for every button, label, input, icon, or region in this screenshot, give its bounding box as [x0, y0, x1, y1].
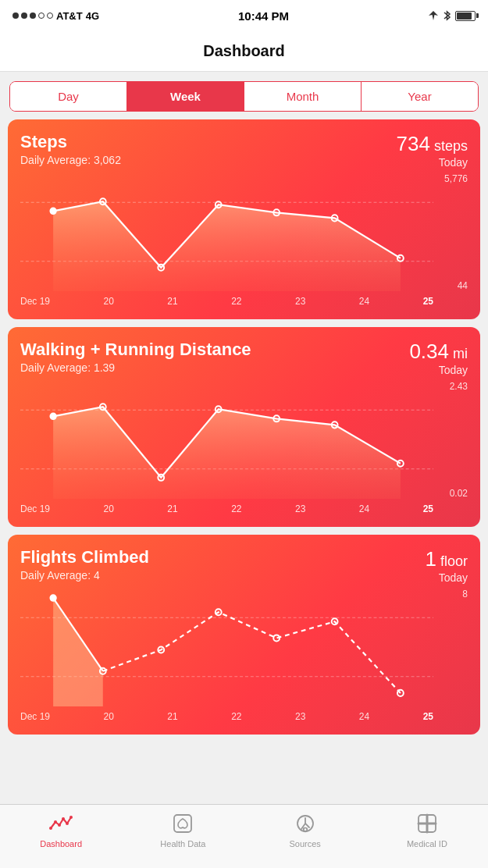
- svg-marker-22: [53, 598, 103, 706]
- location-icon: [428, 10, 439, 21]
- carrier-label: AT&T: [56, 10, 83, 22]
- svg-point-4: [100, 198, 106, 205]
- wr-title-block: Walking + Running Distance Daily Average…: [20, 340, 251, 374]
- medical-id-icon: [416, 813, 438, 834]
- steps-card[interactable]: Steps Daily Average: 3,062 734 steps Tod…: [8, 119, 480, 319]
- svg-marker-2: [53, 201, 401, 291]
- tab-health-data-label: Health Data: [160, 839, 205, 848]
- steps-chart: 5,776 44: [20, 173, 468, 310]
- sources-icon: [294, 813, 316, 834]
- steps-subtitle: Daily Average: 3,062: [20, 154, 121, 166]
- svg-point-9: [397, 255, 404, 261]
- medical-id-icon-wrap: [415, 811, 440, 836]
- signal-dots: [12, 12, 53, 19]
- svg-point-24: [100, 668, 106, 674]
- flights-period: Today: [426, 571, 468, 584]
- battery-fill: [457, 12, 472, 20]
- svg-point-34: [66, 822, 69, 825]
- wr-subtitle: Daily Average: 1.39: [20, 361, 251, 374]
- tab-week[interactable]: Week: [126, 82, 244, 111]
- nav-bar: Dashboard: [0, 31, 488, 72]
- health-data-icon: [172, 813, 194, 834]
- flights-value-block: 1 floor Today: [426, 547, 468, 584]
- sources-icon-wrap: [293, 811, 318, 836]
- flights-svg-wrap: [20, 589, 433, 706]
- steps-title: Steps: [20, 132, 121, 152]
- svg-point-13: [50, 413, 56, 419]
- svg-point-8: [332, 215, 338, 221]
- tab-bar: Dashboard Health Data Sources: [0, 804, 488, 868]
- svg-point-6: [216, 201, 222, 208]
- flights-subtitle: Daily Average: 4: [20, 569, 149, 582]
- dot-2: [21, 12, 27, 19]
- walking-running-card[interactable]: Walking + Running Distance Daily Average…: [8, 327, 480, 527]
- flights-card-header: Flights Climbed Daily Average: 4 1 floor…: [20, 547, 468, 584]
- tab-dashboard-label: Dashboard: [40, 839, 82, 848]
- steps-y-labels: 5,776 44: [436, 173, 468, 291]
- wr-card-header: Walking + Running Distance Daily Average…: [20, 340, 468, 376]
- dot-5: [47, 12, 53, 19]
- svg-point-35: [69, 816, 73, 819]
- wr-x-labels: Dec 19 20 21 22 23 24 25: [20, 500, 433, 518]
- flights-x-labels: Dec 19 20 21 22 23 24 25: [20, 708, 433, 725]
- flights-y-labels: 8: [436, 589, 468, 706]
- svg-point-30: [49, 827, 52, 830]
- flights-card[interactable]: Flights Climbed Daily Average: 4 1 floor…: [8, 535, 480, 735]
- steps-svg: [20, 173, 433, 291]
- svg-point-15: [158, 475, 164, 481]
- tab-day[interactable]: Day: [10, 82, 126, 111]
- dashboard-icon: [49, 813, 73, 834]
- tab-month[interactable]: Month: [244, 82, 361, 111]
- wr-value-block: 0.34 mi Today: [409, 340, 468, 376]
- dot-1: [12, 12, 19, 19]
- wr-svg-wrap: [20, 381, 433, 499]
- svg-point-25: [158, 646, 164, 653]
- tab-medical-id-label: Medical ID: [407, 839, 447, 848]
- wr-svg: [20, 381, 433, 499]
- dot-3: [30, 12, 36, 19]
- battery-icon: [455, 11, 476, 21]
- tab-sources[interactable]: Sources: [244, 811, 366, 848]
- wr-chart: 2.43 0.02: [20, 381, 468, 518]
- status-right: [428, 9, 476, 22]
- steps-card-header: Steps Daily Average: 3,062 734 steps Tod…: [20, 132, 468, 169]
- svg-point-32: [58, 824, 61, 827]
- svg-point-28: [332, 618, 338, 624]
- svg-marker-12: [53, 407, 401, 499]
- svg-point-18: [332, 422, 338, 428]
- time-label: 10:44 PM: [238, 9, 289, 23]
- dashboard-icon-wrap: [48, 811, 73, 836]
- health-data-icon-wrap: [170, 811, 195, 836]
- steps-svg-wrap: [20, 173, 433, 291]
- svg-point-23: [50, 595, 56, 601]
- status-bar: AT&T 4G 10:44 PM: [0, 0, 488, 31]
- svg-point-26: [216, 609, 222, 615]
- tab-sources-label: Sources: [289, 839, 320, 848]
- wr-y-labels: 2.43 0.02: [436, 381, 468, 499]
- time-period-selector[interactable]: Day Week Month Year: [9, 81, 479, 112]
- bluetooth-icon: [443, 9, 451, 22]
- steps-x-labels: Dec 19 20 21 22 23 24 25: [20, 293, 433, 310]
- flights-chart: 8: [20, 589, 468, 725]
- steps-value-block: 734 steps Today: [397, 132, 468, 169]
- tab-dashboard[interactable]: Dashboard: [0, 811, 122, 848]
- svg-point-17: [273, 415, 280, 422]
- status-left: AT&T 4G: [12, 10, 99, 22]
- steps-title-block: Steps Daily Average: 3,062: [20, 132, 121, 166]
- flights-title-block: Flights Climbed Daily Average: 4: [20, 547, 149, 582]
- svg-point-31: [54, 820, 57, 824]
- flights-value: 1 floor: [426, 547, 468, 571]
- svg-point-14: [100, 404, 106, 410]
- tab-medical-id[interactable]: Medical ID: [366, 811, 488, 848]
- page-title: Dashboard: [203, 42, 284, 60]
- dot-4: [38, 12, 45, 19]
- network-label: 4G: [86, 10, 99, 22]
- svg-point-7: [273, 209, 280, 215]
- tab-health-data[interactable]: Health Data: [122, 811, 244, 848]
- svg-point-19: [397, 461, 404, 467]
- wr-title: Walking + Running Distance: [20, 340, 251, 360]
- tab-year[interactable]: Year: [361, 82, 478, 111]
- svg-point-5: [158, 265, 164, 271]
- svg-point-27: [273, 635, 280, 641]
- svg-point-29: [397, 690, 404, 696]
